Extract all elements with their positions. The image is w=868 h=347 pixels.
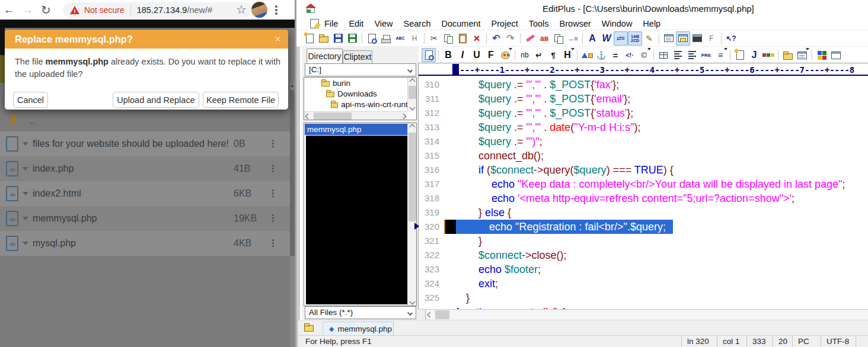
row-menu-icon[interactable] (272, 239, 275, 248)
panel-directory-button[interactable] (676, 31, 690, 46)
not-secure-label[interactable]: Not secure (84, 5, 125, 15)
file-row[interactable]: index2.html6KB (0, 181, 290, 206)
underline-button[interactable]: U (470, 48, 484, 62)
panel-frame-button[interactable]: F (704, 31, 719, 46)
code-line-320[interactable]: 320echo "Registration : fail<br/>".$quer… (419, 220, 868, 234)
file-row[interactable]: mysql.php4KB (0, 231, 290, 256)
row-menu-icon[interactable] (272, 140, 275, 148)
row-menu-icon[interactable] (272, 165, 275, 173)
chevron-down-icon[interactable] (23, 142, 28, 146)
code-line-312[interactable]: 312$query .= "','" . $_POST{'status'}; (419, 106, 868, 120)
files-vscrollbar[interactable] (407, 123, 416, 306)
code-line-313[interactable]: 313$query .= "','" . date("Y-m-d H:i:s")… (419, 120, 868, 134)
panel-list-button[interactable] (662, 31, 676, 46)
upload-replace-button[interactable]: Upload and Replace (113, 92, 199, 108)
warning-icon[interactable]: ! (70, 6, 79, 14)
menu-search[interactable]: Search (398, 19, 436, 28)
folder-options-button[interactable] (781, 48, 795, 62)
paste-button[interactable] (455, 31, 470, 46)
tree-vscrollbar[interactable] (407, 78, 416, 111)
menu-file[interactable]: File (319, 19, 343, 28)
html-tag-button[interactable]: H (407, 31, 422, 46)
code-line-323[interactable]: 323echo $footer; (419, 262, 868, 277)
spell-check-button[interactable]: ABC (393, 31, 407, 46)
italic-button[interactable]: I (455, 48, 470, 62)
special-char-button[interactable]: © (637, 48, 651, 62)
justify-button[interactable]: J (747, 48, 761, 62)
code-line-322[interactable]: 322$connect->close(); (419, 248, 868, 262)
bold-button[interactable]: B (441, 48, 455, 62)
menu-view[interactable]: View (369, 19, 398, 28)
align-right-button[interactable] (685, 48, 699, 62)
menu-help[interactable]: Help (637, 19, 666, 28)
list-button[interactable]: ≡ (713, 48, 727, 62)
window-layout-button[interactable] (795, 48, 809, 62)
paragraph-button[interactable]: ¶ (546, 48, 560, 62)
preformatted-button[interactable]: PRE (699, 48, 713, 62)
code-line-314[interactable]: 314$query .= "')"; (419, 134, 868, 149)
page-scrollbar[interactable] (290, 83, 295, 347)
file-row[interactable]: memmysql.php19KB (0, 206, 290, 231)
code-line-316[interactable]: 316if ($connect->query($query) === TRUE)… (419, 163, 868, 177)
file-row[interactable]: index.php41B (0, 156, 290, 181)
back-button[interactable]: ← (0, 1, 18, 19)
chevron-down-icon[interactable] (23, 192, 28, 195)
line-break-button[interactable]: ↵ (532, 48, 546, 62)
print-preview-button[interactable] (365, 31, 379, 46)
split-window-button[interactable] (829, 48, 843, 62)
code-line-319[interactable]: 319} else { (419, 205, 868, 220)
file-filter-select[interactable]: All Files (*.*) (305, 306, 416, 319)
chevron-down-icon[interactable] (23, 217, 28, 220)
tree-folder-Downloads[interactable]: Downloads (304, 88, 416, 99)
code-line-311[interactable]: 311$query .= "','" . $_POST{'email'}; (419, 92, 868, 106)
indent-button[interactable]: →≡ (566, 31, 580, 46)
context-help-button[interactable]: ↖? (724, 31, 738, 46)
tree-hscrollbar[interactable] (304, 111, 407, 120)
menu-edit[interactable]: Edit (343, 19, 369, 28)
save-all-button[interactable] (345, 31, 359, 46)
forward-button[interactable]: → (18, 1, 37, 19)
font-button[interactable]: F (484, 48, 498, 62)
code-line-324[interactable]: 324exit; (419, 277, 868, 291)
align-center-button[interactable] (671, 48, 685, 62)
copy-special-button[interactable] (551, 31, 566, 46)
print-button[interactable] (379, 31, 393, 46)
undo-button[interactable]: ↶ (489, 31, 503, 46)
folder-button[interactable] (304, 323, 314, 332)
editor-hscrollbar[interactable] (418, 309, 868, 320)
save-button[interactable] (331, 31, 345, 46)
code-line-315[interactable]: 315connect_db(); (419, 149, 868, 163)
delete-button[interactable]: × (470, 31, 484, 46)
panel-output-button[interactable] (690, 31, 704, 46)
font-w-button[interactable]: W (599, 31, 614, 46)
redo-button[interactable]: ↷ (503, 31, 518, 46)
objects-button[interactable] (580, 48, 594, 62)
menu-browser[interactable]: Browser (554, 19, 596, 28)
row-menu-icon[interactable] (272, 189, 275, 198)
browser-menu-icon[interactable] (275, 5, 277, 15)
file-row[interactable]: files for your website should be uploade… (0, 131, 290, 156)
word-wrap-button[interactable]: ⇄≡ (614, 31, 628, 46)
file-name[interactable]: index.php (33, 163, 290, 174)
font-a-button[interactable]: A (585, 31, 599, 46)
tree-folder-burin[interactable]: burin (304, 78, 416, 88)
code-line-318[interactable]: 318echo '<meta http-equiv=refresh conten… (419, 191, 868, 205)
line-numbers-button[interactable]: 1AB2CD (628, 31, 642, 46)
folder-tree[interactable]: burinDownloadsapi-ms-win-crt-runtim (304, 77, 417, 120)
menu-window[interactable]: Window (596, 19, 638, 28)
chevron-down-icon[interactable] (23, 167, 28, 171)
dialog-close-icon[interactable]: × (275, 33, 281, 46)
edit-source-button[interactable] (733, 48, 747, 62)
replace-button[interactable]: aʙ (537, 31, 551, 46)
code-line-321[interactable]: 321} (419, 234, 868, 248)
new-document-button[interactable] (302, 31, 317, 46)
parent-directory-row[interactable]: .. (5, 110, 290, 130)
document-map-button[interactable]: ✎ (642, 31, 656, 46)
tab-cliptext[interactable]: Cliptext (343, 50, 372, 63)
browser-preview-button[interactable] (422, 48, 436, 62)
row-menu-icon[interactable] (272, 214, 275, 223)
menu-project[interactable]: Project (486, 19, 524, 28)
address-bar[interactable]: ! Not secure 185.27.134.9/new/# (63, 2, 251, 18)
code-line-310[interactable]: 310$query .= "','" . $_POST{'fax'}; (419, 78, 868, 92)
reload-button[interactable]: ↻ (37, 1, 55, 19)
